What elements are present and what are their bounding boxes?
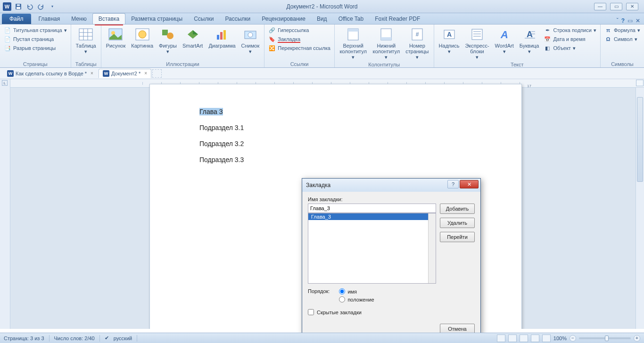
tab-view[interactable]: Вид — [311, 14, 333, 24]
view-web-icon[interactable] — [520, 335, 528, 342]
wordart-button[interactable]: AWordArt▾ — [493, 26, 516, 55]
tab-layout[interactable]: Разметка страницы — [125, 14, 188, 24]
maximize-button[interactable]: ▭ — [610, 3, 622, 10]
quickparts-button[interactable]: Экспресс-блоки▾ — [463, 26, 491, 61]
file-tab[interactable]: Файл — [2, 14, 31, 24]
tab-insert[interactable]: Вставка — [92, 13, 126, 24]
tab-office[interactable]: Office Tab — [333, 14, 370, 24]
bookmark-name-input[interactable] — [308, 204, 436, 213]
close-doc-icon[interactable]: ✕ — [636, 17, 640, 24]
textbox-button[interactable]: AНадпись▾ — [437, 26, 462, 55]
tab-foxit[interactable]: Foxit Reader PDF — [369, 14, 426, 24]
close-window-button[interactable]: ✕ — [626, 3, 638, 10]
footer-icon — [379, 27, 394, 42]
tab-review[interactable]: Рецензирование — [256, 14, 311, 24]
status-words[interactable]: Число слов: 2/40 — [54, 335, 95, 341]
order-name-radio[interactable] — [339, 288, 345, 294]
spellcheck-icon[interactable]: ✔ — [105, 335, 109, 341]
zoom-thumb[interactable] — [605, 335, 609, 341]
redo-icon[interactable] — [36, 1, 46, 12]
dropcap-button[interactable]: AБуквица▾ — [518, 26, 541, 55]
view-print-icon[interactable] — [497, 335, 505, 342]
status-page[interactable]: Страница: 3 из 3 — [4, 335, 44, 341]
chart-button[interactable]: Диаграмма — [206, 26, 237, 49]
smartart-button[interactable]: SmartArt — [181, 26, 205, 49]
doc-heading[interactable]: Глава 3 — [199, 108, 472, 115]
dialog-close-button[interactable]: ✕ — [460, 180, 479, 188]
dialog-titlebar[interactable]: Закладка ? ✕ — [302, 179, 480, 192]
hyperlink-button[interactable]: 🔗Гиперссылка — [267, 26, 331, 34]
doc-line[interactable]: Подраздел 3.3 — [199, 156, 472, 163]
svg-text:#: # — [416, 31, 419, 38]
pagenumber-button[interactable]: #Номер страницы ▾ — [404, 26, 430, 61]
doc-tab-1[interactable]: WДокумент2 *× — [99, 69, 151, 78]
header-button[interactable]: Верхний колонтитул ▾ — [338, 26, 369, 61]
svg-rect-12 — [162, 30, 168, 35]
shapes-button[interactable]: Фигуры▾ — [157, 26, 179, 55]
ribbon-minimize-icon[interactable]: ˇ — [617, 17, 619, 24]
svg-text:A: A — [446, 31, 451, 38]
app-icon[interactable]: W — [2, 1, 12, 12]
bookmark-list-item[interactable]: Глава_3 — [308, 213, 436, 220]
scroll-thumb[interactable] — [637, 97, 643, 182]
undo-icon[interactable] — [25, 1, 35, 12]
hidden-bookmarks-check[interactable] — [308, 309, 314, 315]
qat-dropdown-icon[interactable]: ▾ — [47, 1, 58, 12]
table-button[interactable]: Таблица▾ — [74, 26, 98, 55]
vertical-scrollbar[interactable] — [636, 88, 644, 329]
datetime-button[interactable]: 📅Дата и время — [543, 35, 597, 43]
new-tab-button[interactable] — [152, 69, 162, 78]
screenshot-button[interactable]: Снимок▾ — [239, 26, 262, 55]
smartart-icon — [185, 27, 200, 42]
zoom-in-button[interactable]: + — [634, 335, 640, 342]
minimize-button[interactable]: ― — [594, 3, 606, 10]
formula-button[interactable]: πФормула ▾ — [603, 26, 641, 34]
zoom-out-button[interactable]: − — [570, 335, 576, 342]
tab-mailings[interactable]: Рассылки — [219, 14, 256, 24]
save-icon[interactable] — [13, 1, 24, 12]
goto-button[interactable]: Перейти — [440, 232, 475, 242]
tab-menu[interactable]: Меню — [66, 14, 92, 24]
svg-text:A: A — [500, 29, 508, 41]
help-icon[interactable]: ? — [621, 17, 625, 24]
zoom-slider[interactable] — [579, 337, 631, 339]
signature-button[interactable]: ✒Строка подписи ▾ — [543, 26, 597, 34]
group-label-symbols: Символы — [603, 60, 641, 67]
list-scrollbar[interactable] — [428, 213, 436, 283]
add-button[interactable]: Добавить — [440, 204, 475, 214]
bookmark-list[interactable]: Глава_3 — [308, 213, 436, 284]
order-pos-radio[interactable] — [339, 296, 345, 302]
view-outline-icon[interactable] — [531, 335, 539, 342]
footer-button[interactable]: Нижний колонтитул ▾ — [371, 26, 402, 61]
crossref-button[interactable]: 🔀Перекрестная ссылка — [267, 44, 331, 52]
bookmark-name-label: Имя закладки: — [308, 196, 475, 202]
doc-tab-0[interactable]: WКак сделать ссылку в Ворде *× — [3, 69, 98, 78]
bookmark-button[interactable]: 🔖Закладка — [267, 35, 331, 43]
view-draft-icon[interactable] — [542, 335, 551, 342]
cover-page-button[interactable]: 📄Титульная страница ▾ — [3, 26, 68, 34]
blank-page-button[interactable]: 📄Пустая страница — [3, 35, 68, 43]
close-icon[interactable]: × — [91, 71, 93, 76]
restore-icon[interactable]: ▭ — [627, 17, 633, 24]
pagenumber-icon: # — [410, 27, 425, 42]
ribbon-tabs: Файл Главная Меню Вставка Разметка стран… — [0, 13, 644, 24]
doc-line[interactable]: Подраздел 3.1 — [199, 124, 472, 131]
view-read-icon[interactable] — [508, 335, 517, 342]
ribbon: 📄Титульная страница ▾ 📄Пустая страница 📑… — [0, 24, 644, 68]
zoom-percent[interactable]: 100% — [553, 335, 567, 341]
doc-line[interactable]: Подраздел 3.2 — [199, 140, 472, 147]
object-button[interactable]: ◧Объект ▾ — [543, 44, 597, 52]
dialog-help-button[interactable]: ? — [447, 180, 459, 188]
tab-home[interactable]: Главная — [33, 14, 66, 24]
status-language[interactable]: русский — [114, 335, 132, 341]
symbol-button[interactable]: ΩСимвол ▾ — [603, 35, 641, 43]
delete-button[interactable]: Удалить — [440, 218, 475, 228]
picture-button[interactable]: Рисунок — [104, 26, 128, 49]
clipart-button[interactable]: Картинка — [129, 26, 155, 49]
collapse-ruler-icon[interactable] — [636, 80, 644, 86]
tab-selector[interactable]: L — [2, 80, 8, 86]
group-headerfooter: Верхний колонтитул ▾ Нижний колонтитул ▾… — [335, 24, 434, 67]
tab-references[interactable]: Ссылки — [188, 14, 219, 24]
page-break-button[interactable]: 📑Разрыв страницы — [3, 44, 68, 52]
close-icon[interactable]: × — [144, 71, 147, 76]
